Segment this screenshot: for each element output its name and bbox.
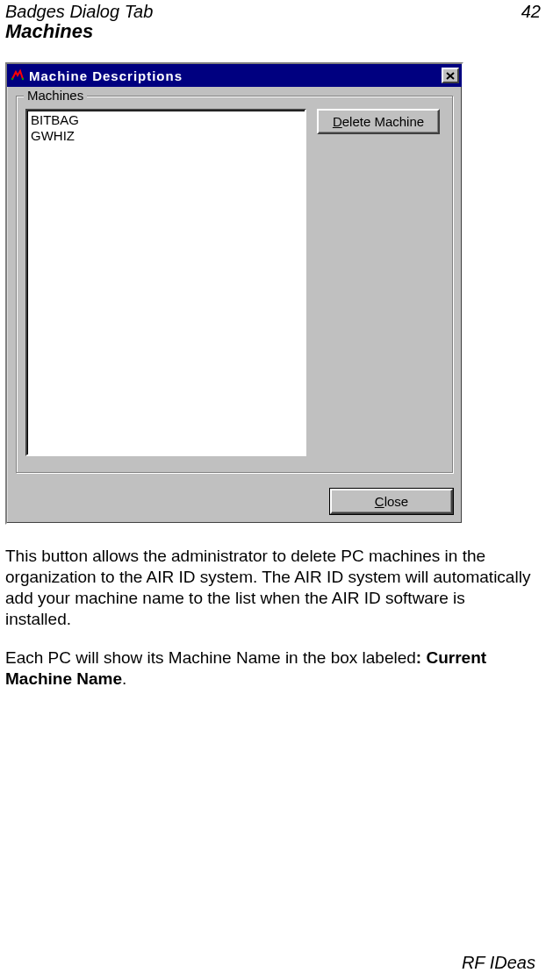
machines-listbox[interactable]: BITBAG GWHIZ: [25, 109, 306, 456]
groupbox-label: Machines: [24, 88, 87, 103]
close-icon[interactable]: [442, 68, 459, 83]
paragraph: Each PC will show its Machine Name in th…: [5, 647, 532, 690]
list-item[interactable]: BITBAG: [31, 112, 301, 128]
app-icon: [10, 68, 25, 83]
list-item[interactable]: GWHIZ: [31, 128, 301, 144]
dialog-title: Machine Descriptions: [29, 68, 442, 83]
section-title: Machines: [5, 20, 541, 43]
svg-point-1: [11, 78, 13, 80]
paragraph: This button allows the administrator to …: [5, 546, 532, 630]
machine-descriptions-dialog: Machine Descriptions Machines BITBAG GWH…: [5, 62, 463, 525]
body-text: This button allows the administrator to …: [5, 546, 532, 690]
page-number: 42: [521, 2, 541, 22]
footer: RF IDeas: [462, 953, 535, 973]
delete-machine-button[interactable]: Delete Machine: [317, 109, 440, 134]
svg-point-2: [22, 78, 24, 80]
close-button[interactable]: Close: [330, 489, 453, 514]
machines-groupbox: Machines BITBAG GWHIZ Delete Machine: [16, 96, 453, 473]
titlebar: Machine Descriptions: [7, 64, 462, 87]
header-left: Badges Dialog Tab: [5, 2, 153, 22]
